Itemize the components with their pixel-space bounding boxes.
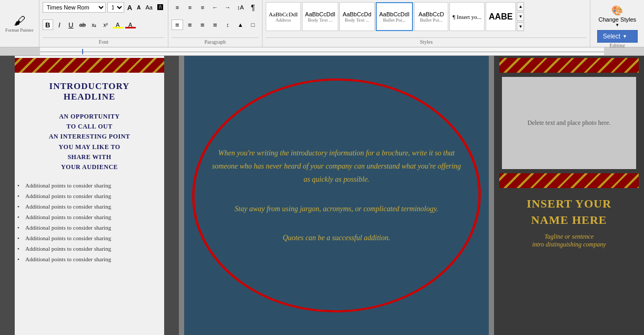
ruler (0, 47, 644, 56)
list-item: •Additional points to consider sharing (17, 222, 162, 233)
bullet-list: •Additional points to consider sharing •… (15, 180, 164, 264)
font-section-label: Font (43, 37, 165, 45)
right-insert-name: INSERT YOUR NAME HERE (499, 196, 639, 229)
list-item: •Additional points to consider sharing (17, 191, 162, 201)
font-row-1: Times New Rom 12 A A Aa 🅰 (43, 2, 165, 13)
list-item: •Additional points to consider sharing (17, 180, 162, 191)
superscript-button[interactable]: x² (100, 19, 111, 30)
left-nav-stripe (15, 58, 164, 73)
list-item: •Additional points to consider sharing (17, 243, 162, 254)
list-item: •Additional points to consider sharing (17, 233, 162, 243)
ribbon: 🖌 Format Painter Times New Rom 12 A A Aa… (0, 0, 644, 47)
styles-scroll-buttons: ▲ ▼ ▼ (517, 2, 524, 31)
paragraph-section: ≡ ≡ ≡ ← → ↕A ¶ ≡ ≡ ≡ ≡ ↕ ▲ □ Paragraph (168, 0, 263, 47)
subscript-button[interactable]: x₂ (89, 19, 99, 30)
style-item-body-text-2[interactable]: AaBbCcDd Body Text ... (339, 2, 374, 31)
style-item-address[interactable]: AaBbCcDdI Address (266, 2, 301, 31)
styles-scroll-down[interactable]: ▼ (517, 12, 524, 21)
italic-button[interactable]: I (54, 19, 65, 30)
align-right-button[interactable]: ≡ (197, 19, 208, 30)
content-area: INTRODUCTORY HEADLINE AN OPPORTUNITY TO … (0, 56, 644, 335)
center-panel[interactable]: When you're writing the introductory inf… (184, 56, 489, 335)
text-color-button[interactable]: A (125, 19, 136, 30)
underline-button[interactable]: U (66, 19, 76, 30)
center-paragraph-3: Quotes can be a successful addition. (208, 231, 465, 244)
decrease-indent-button[interactable]: ← (209, 2, 221, 13)
strikethrough-button[interactable]: ab (77, 19, 88, 30)
change-styles-icon: 🎨 (611, 5, 623, 16)
justify-button[interactable]: ≡ (209, 19, 221, 30)
font-name-select[interactable]: Times New Rom (43, 2, 106, 13)
show-marks-button[interactable]: ¶ (247, 2, 259, 13)
styles-scroll-expand[interactable]: ▼ (517, 22, 524, 31)
bold-button[interactable]: B (43, 19, 53, 30)
style-item-insert[interactable]: ¶ Insert yo... (449, 2, 485, 31)
font-row-2: B I U ab x₂ x² A A (43, 19, 165, 30)
format-painter-button[interactable]: 🖌 Format Painter (5, 14, 34, 33)
increase-indent-button[interactable]: → (222, 2, 234, 13)
text-highlight-button[interactable]: A (112, 19, 124, 30)
format-painter-label: Format Painter (5, 28, 34, 33)
font-size-select[interactable]: 12 (107, 2, 124, 13)
style-item-body-text-1[interactable]: AaBbCcDdI Body Text ... (302, 2, 338, 31)
right-photo-placeholder-area[interactable]: Delete text and place photo here. (502, 77, 636, 169)
style-item-bullet-1[interactable]: AaBbCcDdI Bullet Poi... (376, 2, 413, 31)
right-nav-stripe-top (499, 58, 639, 73)
paragraph-section-label: Paragraph (172, 37, 259, 45)
line-spacing-button[interactable]: ↕ (222, 19, 234, 30)
select-arrow-icon: ▼ (622, 34, 627, 39)
numbering-button[interactable]: ≡ (184, 2, 196, 13)
select-button[interactable]: Select ▼ (597, 30, 638, 43)
paint-brush-icon: 🖌 (14, 14, 25, 28)
left-headline: INTRODUCTORY HEADLINE (15, 75, 164, 106)
right-ribbon-section: 🎨 Change Styles ▼ Select ▼ Editing (590, 0, 644, 47)
photo-placeholder-text: Delete text and place photo here. (522, 114, 616, 132)
align-left-button[interactable]: ≡ (172, 19, 183, 30)
paragraph-row-1: ≡ ≡ ≡ ← → ↕A ¶ (172, 2, 259, 13)
large-style-label: AABE (489, 12, 512, 22)
styles-section-label: Styles (266, 37, 587, 45)
change-styles-button[interactable]: 🎨 Change Styles ▼ (595, 2, 640, 30)
center-paragraph-1: When you're writing the introductory inf… (208, 146, 465, 186)
styles-section: AaBbCcDdI Address AaBbCcDdI Body Text ..… (263, 0, 591, 47)
font-case-button[interactable]: Aa (144, 4, 154, 11)
right-nav-stripe-bottom (499, 173, 639, 188)
borders-button[interactable]: □ (247, 19, 259, 30)
multilevel-button[interactable]: ≡ (197, 2, 208, 13)
styles-row: AaBbCcDdI Address AaBbCcDdI Body Text ..… (266, 2, 587, 31)
center-paragraph-2: Stay away from using jargon, acronyms, o… (208, 202, 465, 215)
font-section: Times New Rom 12 A A Aa 🅰 B I U ab x₂ x²… (39, 0, 168, 47)
sort-button[interactable]: ↕A (235, 2, 246, 13)
align-center-button[interactable]: ≡ (184, 19, 196, 30)
right-tagline: Tagline or sentence intro distinguishing… (502, 233, 636, 249)
left-border-right (164, 56, 179, 335)
bullets-button[interactable]: ≡ (172, 2, 183, 13)
right-panel: Delete text and place photo here. INSERT… (494, 56, 644, 335)
left-border-left (0, 56, 15, 335)
paragraph-row-2: ≡ ≡ ≡ ≡ ↕ ▲ □ (172, 19, 259, 30)
font-grow-button[interactable]: A (126, 3, 134, 12)
left-panel: INTRODUCTORY HEADLINE AN OPPORTUNITY TO … (0, 56, 179, 335)
styles-scroll-up[interactable]: ▲ (517, 2, 524, 11)
left-call-out: AN OPPORTUNITY TO CALL OUT AN INTERESTIN… (23, 112, 156, 172)
style-item-large[interactable]: AABE (486, 2, 516, 31)
font-shrink-button[interactable]: A (135, 4, 142, 11)
change-styles-arrow: ▼ (615, 23, 619, 27)
list-item: •Additional points to consider sharing (17, 201, 162, 212)
style-item-bullet-2[interactable]: AaBbCcD Bullet Poi... (414, 2, 448, 31)
font-clear-button[interactable]: 🅰 (156, 4, 165, 11)
center-content: When you're writing the introductory inf… (184, 56, 489, 335)
list-item: •Additional points to consider sharing (17, 212, 162, 222)
list-item: •Additional points to consider sharing (17, 254, 162, 264)
shading-button[interactable]: ▲ (235, 19, 246, 30)
format-painter-section: 🖌 Format Painter (0, 0, 39, 47)
